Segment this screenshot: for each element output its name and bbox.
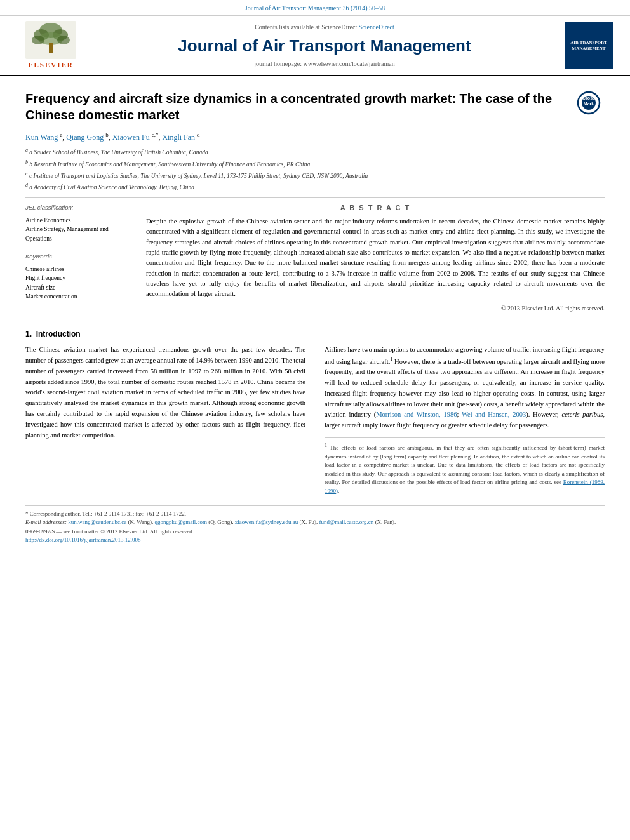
sciencedirect-notice: Contents lists available at ScienceDirec… xyxy=(95,23,554,32)
intro-right-text: Airlines have two main options to accomm… xyxy=(325,345,605,431)
email-fu[interactable]: xiaowen.fu@sydney.edu.au xyxy=(235,519,298,525)
author-xiaowen-fu[interactable]: Xiaowen Fu xyxy=(112,133,150,142)
elsevier-logo-area: ELSEVIER xyxy=(13,21,89,70)
author-xingli-fan[interactable]: Xingli Fan xyxy=(162,133,195,142)
affiliation-b: b b Research Institute of Economics and … xyxy=(25,159,605,169)
ref-morrison-winston[interactable]: Morrison and Winston, 1986 xyxy=(376,411,457,418)
abstract-title: A B S T R A C T xyxy=(146,203,605,213)
bottom-footer: * Corresponding author. Tel.: +61 2 9114… xyxy=(25,505,605,543)
ref-wei-hansen[interactable]: Wei and Hansen, 2003 xyxy=(462,411,526,418)
email-fan[interactable]: fund@mail.castc.org.cn xyxy=(319,519,374,525)
intro-left-text: The Chinese aviation market has experien… xyxy=(25,345,305,441)
body-area: JEL classification: Airline Economics Ai… xyxy=(25,197,605,314)
section-divider-1 xyxy=(25,321,605,321)
svg-text:Cross: Cross xyxy=(582,96,595,100)
issn-line: 0969-6997/$ — see front matter © 2013 El… xyxy=(25,528,605,536)
journal-citation: Journal of Air Transport Management 36 (… xyxy=(245,4,385,11)
svg-rect-5 xyxy=(49,43,53,53)
section-heading: 1. Introduction xyxy=(25,329,605,340)
footnote-1: 1 The effects of load factors are ambigu… xyxy=(325,442,605,495)
two-column-body: The Chinese aviation market has experien… xyxy=(25,345,605,495)
ref-borenstein[interactable]: Borenstein (1989, 1990) xyxy=(325,479,605,494)
jel-item-1: Airline Economics xyxy=(25,216,133,225)
journal-homepage: journal homepage: www.elsevier.com/locat… xyxy=(95,60,554,69)
jel-section: JEL classification: Airline Economics Ai… xyxy=(25,203,133,243)
sciencedirect-link[interactable]: ScienceDirect xyxy=(359,23,394,30)
article-title: Frequency and aircraft size dynamics in … xyxy=(25,90,566,123)
author-qiang-gong[interactable]: Qiang Gong xyxy=(66,133,104,142)
journal-thumbnail: AIR TRANSPORT MANAGEMENT xyxy=(565,22,613,69)
abstract-text: Despite the explosive growth of the Chin… xyxy=(146,217,605,299)
affiliation-d: d d Academy of Civil Aviation Science an… xyxy=(25,182,605,192)
journal-name: Journal of Air Transport Management xyxy=(95,34,554,57)
keywords-section: Keywords: Chinese airlines Flight freque… xyxy=(25,252,133,301)
journal-header: ELSEVIER Contents lists available at Sci… xyxy=(0,16,630,76)
affiliation-a: a a Sauder School of Business, The Unive… xyxy=(25,147,605,157)
article-title-area: Frequency and aircraft size dynamics in … xyxy=(25,90,605,126)
elsevier-brand: ELSEVIER xyxy=(28,60,74,70)
jel-item-2: Airline Strategy, Management and Operati… xyxy=(25,225,133,243)
svg-point-6 xyxy=(32,36,44,44)
keyword-1: Chinese airlines xyxy=(25,265,133,274)
keywords-label: Keywords: xyxy=(25,252,133,260)
affiliations: a a Sauder School of Business, The Unive… xyxy=(25,147,605,192)
keyword-3: Aircraft size xyxy=(25,283,133,292)
keyword-4: Market concentration xyxy=(25,292,133,301)
email-wang[interactable]: kun.wang@sauder.ubc.ca xyxy=(68,519,126,525)
abstract-copyright: © 2013 Elsevier Ltd. All rights reserved… xyxy=(146,304,605,313)
jel-content: Airline Economics Airline Strategy, Mana… xyxy=(25,213,133,243)
doi-line: http://dx.doi.org/10.1016/j.jairtraman.2… xyxy=(25,536,605,544)
svg-point-7 xyxy=(57,36,70,44)
crossmark-area: Cross Mark xyxy=(573,90,605,116)
email-gong[interactable]: qgongpku@gmail.com xyxy=(155,519,208,525)
header-center: Contents lists available at ScienceDirec… xyxy=(89,23,560,69)
journal-cover: AIR TRANSPORT MANAGEMENT xyxy=(560,22,617,69)
author-kun-wang[interactable]: Kun Wang xyxy=(25,133,58,142)
keywords-content: Chinese airlines Flight frequency Aircra… xyxy=(25,262,133,301)
crossmark-icon: Cross Mark xyxy=(573,90,605,116)
top-bar: Journal of Air Transport Management 36 (… xyxy=(0,0,630,16)
keyword-2: Flight frequency xyxy=(25,274,133,283)
svg-text:Mark: Mark xyxy=(584,102,594,106)
corresponding-author-note: * Corresponding author. Tel.: +61 2 9114… xyxy=(25,510,605,526)
affiliation-c: c c Institute of Transport and Logistics… xyxy=(25,170,605,180)
main-content: Frequency and aircraft size dynamics in … xyxy=(0,76,630,556)
authors-line: Kun Wang a, Qiang Gong b, Xiaowen Fu c,*… xyxy=(25,131,605,143)
jel-label: JEL classification: xyxy=(25,203,133,211)
intro-right-col: Airlines have two main options to accomm… xyxy=(325,345,605,495)
intro-left-col: The Chinese aviation market has experien… xyxy=(25,345,305,495)
abstract-area: A B S T R A C T Despite the explosive gr… xyxy=(146,203,605,314)
doi-link[interactable]: http://dx.doi.org/10.1016/j.jairtraman.2… xyxy=(25,537,141,543)
introduction-section: 1. Introduction The Chinese aviation mar… xyxy=(25,329,605,495)
footnote-area: 1 The effects of load factors are ambigu… xyxy=(325,437,605,495)
elsevier-tree-icon xyxy=(25,21,76,59)
left-sidebar: JEL classification: Airline Economics Ai… xyxy=(25,203,133,314)
